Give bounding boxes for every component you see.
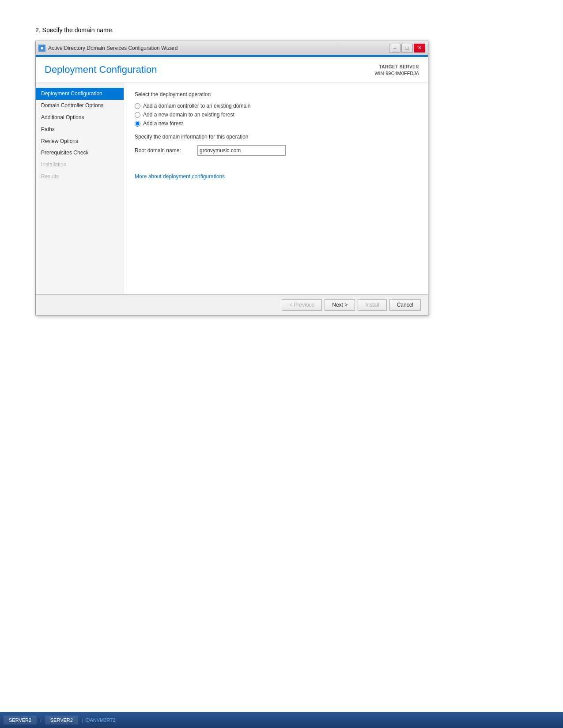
radio-item-new-domain[interactable]: Add a new domain to an existing forest <box>135 112 417 118</box>
sidebar-item-additional-options[interactable]: Additional Options <box>36 112 124 124</box>
radio-item-new-forest[interactable]: Add a new forest <box>135 120 417 127</box>
titlebar: ■ Active Directory Domain Services Confi… <box>36 41 428 55</box>
install-button[interactable]: Install <box>358 299 386 311</box>
sidebar-item-installation: Installation <box>36 159 124 171</box>
root-domain-row: Root domain name: <box>135 145 417 156</box>
sidebar: Deployment Configuration Domain Controll… <box>36 83 124 294</box>
close-button[interactable]: ✕ <box>414 44 425 53</box>
next-button[interactable]: Next > <box>325 299 355 311</box>
select-operation-label: Select the deployment operation <box>135 91 417 98</box>
sidebar-item-results: Results <box>36 171 124 183</box>
titlebar-left: ■ Active Directory Domain Services Confi… <box>38 45 178 52</box>
app-icon: ■ <box>38 45 45 52</box>
titlebar-buttons: – □ ✕ <box>389 44 425 53</box>
step-instruction: 2. Specify the domain name. <box>35 26 528 34</box>
radio-group: Add a domain controller to an existing d… <box>135 103 417 127</box>
taskbar: SERVER2 | SERVER2 | DANVM3R72 <box>0 712 563 728</box>
sidebar-item-deployment-configuration[interactable]: Deployment Configuration <box>36 88 124 100</box>
taskbar-item-3[interactable]: DANVM3R72 <box>87 717 116 723</box>
minimize-button[interactable]: – <box>389 44 401 53</box>
titlebar-title: Active Directory Domain Services Configu… <box>48 45 178 51</box>
maximize-button[interactable]: □ <box>401 44 413 53</box>
taskbar-item-1[interactable]: SERVER2 <box>4 716 37 724</box>
bottom-bar: < Previous Next > Install Cancel <box>36 294 428 315</box>
main-content: Deployment Configuration Domain Controll… <box>36 83 428 294</box>
radio-label-existing-domain: Add a domain controller to an existing d… <box>143 103 250 109</box>
sidebar-item-prerequisites-check[interactable]: Prerequisites Check <box>36 147 124 159</box>
radio-new-domain[interactable] <box>135 112 140 118</box>
sidebar-item-paths[interactable]: Paths <box>36 124 124 135</box>
previous-button[interactable]: < Previous <box>282 299 322 311</box>
radio-new-forest[interactable] <box>135 121 140 127</box>
target-server-name: WIN-99C4M0FFDJA <box>374 70 419 77</box>
radio-existing-domain[interactable] <box>135 103 140 109</box>
root-domain-label: Root domain name: <box>135 147 192 154</box>
deployment-config-link[interactable]: More about deployment configurations <box>135 173 225 180</box>
header-area: Deployment Configuration TARGET SERVER W… <box>36 57 428 83</box>
sidebar-item-domain-controller-options[interactable]: Domain Controller Options <box>36 100 124 112</box>
radio-label-new-domain: Add a new domain to an existing forest <box>143 112 234 118</box>
root-domain-input[interactable] <box>197 145 286 156</box>
target-server-info: TARGET SERVER WIN-99C4M0FFDJA <box>374 64 419 77</box>
radio-label-new-forest: Add a new forest <box>143 120 183 127</box>
sidebar-item-review-options[interactable]: Review Options <box>36 135 124 147</box>
domain-info-label: Specify the domain information for this … <box>135 134 417 140</box>
content-pane: Select the deployment operation Add a do… <box>124 83 428 294</box>
target-server-label: TARGET SERVER <box>374 64 419 70</box>
taskbar-item-2[interactable]: SERVER2 <box>45 716 78 724</box>
cancel-button[interactable]: Cancel <box>389 299 421 311</box>
taskbar-divider-1: | <box>38 718 43 723</box>
page-title: Deployment Configuration <box>45 64 157 75</box>
wizard-window: ■ Active Directory Domain Services Confi… <box>35 41 428 315</box>
taskbar-divider-2: | <box>80 718 85 723</box>
radio-item-existing-domain[interactable]: Add a domain controller to an existing d… <box>135 103 417 109</box>
